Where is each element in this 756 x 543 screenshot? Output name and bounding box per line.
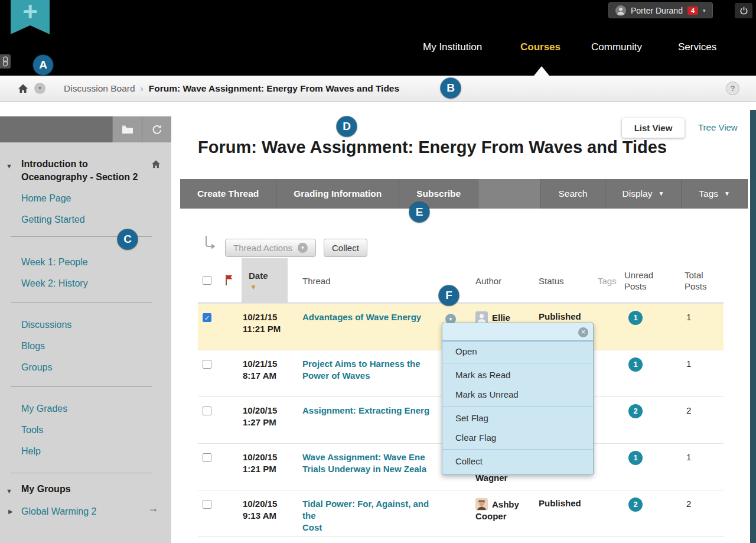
breadcrumb-separator: › — [141, 83, 144, 93]
course-title: Introduction to Oceanography - Section 2 — [21, 158, 143, 184]
sidebar-item-discussions[interactable]: Discussions — [21, 319, 71, 331]
menu-item-collect[interactable]: Collect — [442, 451, 593, 471]
thread-date: 10/20/15 1:27 PM — [243, 405, 277, 428]
breadcrumb-current: Forum: Wave Assignment: Energy From Wave… — [149, 83, 399, 93]
help-button[interactable]: ? — [726, 82, 739, 95]
toolbar-spacer — [478, 179, 541, 209]
thread-link[interactable]: Wave Assignment: Wave Ene Trials Underwa… — [302, 451, 444, 475]
home-icon[interactable] — [18, 83, 28, 94]
chain-glyph — [2, 56, 9, 67]
breadcrumb-chevron-icon[interactable]: ▾ — [34, 83, 45, 94]
chevron-down-icon: ▼ — [724, 190, 730, 197]
search-button[interactable]: Search — [541, 179, 605, 209]
chevron-down-icon: ▼ — [658, 190, 664, 197]
page-title: Forum: Wave Assignment: Energy From Wave… — [198, 138, 667, 157]
unread-count-badge[interactable]: 1 — [628, 451, 643, 465]
sidebar-item-week1-people[interactable]: Week 1: People — [21, 256, 88, 268]
row-checkbox[interactable] — [203, 360, 211, 369]
page-edge — [750, 110, 756, 543]
chevron-down-icon: ▾ — [703, 8, 706, 14]
refresh-icon[interactable] — [142, 116, 171, 142]
thread-link[interactable]: Advantages of Wave Energy — [302, 311, 444, 323]
sidebar-item-groups[interactable]: Groups — [21, 362, 52, 373]
folder-icon[interactable] — [112, 116, 142, 142]
row-checkbox[interactable] — [203, 407, 211, 415]
expand-group-icon[interactable]: ▶ — [8, 508, 13, 515]
column-header-author[interactable]: Author — [475, 276, 501, 286]
tab-services[interactable]: Services — [678, 41, 716, 53]
column-header-unread-posts[interactable]: Unread Posts — [624, 269, 659, 292]
thread-row: 10/20/15 9:13 AM Tidal Power: For, Again… — [198, 490, 724, 537]
column-header-date[interactable]: Date ▼ — [242, 258, 288, 303]
menu-item-set-flag[interactable]: Set Flag — [442, 408, 593, 428]
menu-item-open[interactable]: Open — [442, 342, 593, 361]
logout-button[interactable] — [735, 3, 752, 18]
table-header: Date ▼ Thread Author Status Tags Unread … — [198, 258, 724, 303]
row-checkbox[interactable] — [203, 500, 211, 509]
column-header-tags: Tags — [598, 276, 617, 286]
select-all-checkbox[interactable] — [203, 276, 211, 285]
sidebar-item-blogs[interactable]: Blogs — [21, 340, 45, 352]
close-icon[interactable]: × — [578, 327, 588, 337]
menu-item-clear-flag[interactable]: Clear Flag — [442, 428, 593, 447]
unread-count-badge[interactable]: 1 — [628, 311, 643, 325]
total-posts: 2 — [686, 405, 691, 415]
thread-link[interactable]: Project Aims to Harness the Power of Wav… — [302, 358, 444, 382]
list-view-button[interactable]: List View — [622, 118, 685, 138]
display-label: Display — [623, 188, 653, 199]
create-thread-button[interactable]: Create Thread — [180, 179, 276, 209]
user-menu[interactable]: Porter Durand 4 ▾ — [608, 2, 713, 18]
sidebar-item-week2-history[interactable]: Week 2: History — [21, 278, 88, 290]
thread-context-menu: × Open Mark as Read Mark as Unread Set F… — [442, 323, 594, 475]
sidebar-item-my-grades[interactable]: My Grades — [21, 403, 67, 415]
unread-count-badge[interactable]: 2 — [628, 404, 643, 418]
thread-status: Published — [539, 498, 581, 508]
sidebar-item-getting-started[interactable]: Getting Started — [21, 214, 85, 226]
tree-view-button[interactable]: Tree View — [698, 122, 738, 132]
total-posts: 1 — [686, 452, 691, 462]
user-avatar-icon — [615, 5, 626, 16]
sidebar-item-home-page[interactable]: Home Page — [21, 193, 71, 204]
row-checkbox[interactable] — [203, 453, 211, 462]
row-checkbox[interactable]: ✓ — [203, 313, 211, 322]
unread-count-badge[interactable]: 2 — [628, 498, 643, 512]
breadcrumb: Discussion Board›Forum: Wave Assignment:… — [64, 76, 399, 102]
divider — [11, 303, 152, 303]
thread-date: 10/20/15 1:21 PM — [243, 451, 277, 475]
subscribe-button[interactable]: Subscribe — [399, 179, 478, 209]
column-header-thread[interactable]: Thread — [302, 276, 331, 286]
grading-information-button[interactable]: Grading Information — [276, 179, 399, 209]
divider — [442, 449, 593, 450]
collect-button[interactable]: Collect — [324, 239, 367, 257]
thread-author: Ellie — [475, 311, 532, 324]
tags-menu-button[interactable]: Tags▼ — [682, 179, 748, 209]
tab-courses[interactable]: Courses — [520, 41, 561, 53]
unread-count-badge[interactable]: 1 — [628, 357, 643, 372]
thread-link[interactable]: Assignment: Extracting Energ — [302, 405, 444, 417]
display-menu-button[interactable]: Display▼ — [605, 179, 682, 209]
plus-icon: + — [22, 0, 38, 25]
divider — [11, 386, 152, 387]
course-home-icon[interactable] — [151, 160, 161, 169]
link-icon[interactable] — [0, 54, 11, 69]
breadcrumb-bar: ▾ Discussion Board›Forum: Wave Assignmen… — [0, 76, 756, 102]
thread-date: 10/21/15 11:21 PM — [243, 311, 281, 335]
menu-item-mark-as-read[interactable]: Mark as Read — [442, 365, 593, 385]
menu-item-mark-as-unread[interactable]: Mark as Unread — [442, 385, 593, 404]
column-header-total-posts[interactable]: Total Posts — [685, 269, 713, 292]
thread-actions-button[interactable]: Thread Actions ▾ — [225, 239, 316, 257]
sidebar-item-help[interactable]: Help — [21, 446, 41, 457]
collapse-course-menu-icon[interactable]: ▼ — [6, 162, 12, 170]
thread-link[interactable]: Tidal Power: For, Against, and the Cost — [302, 498, 444, 534]
column-header-status[interactable]: Status — [539, 276, 564, 286]
total-posts: 1 — [686, 312, 691, 322]
tab-community[interactable]: Community — [591, 41, 642, 53]
collapse-my-groups-icon[interactable]: ▼ — [6, 487, 12, 495]
callout-a: A — [33, 55, 53, 75]
add-module-tab[interactable]: + — [11, 0, 50, 34]
sidebar-item-global-warming-2[interactable]: Global Warming 2 — [21, 506, 96, 518]
sidebar-item-tools[interactable]: Tools — [21, 424, 43, 436]
tab-my-institution[interactable]: My Institution — [423, 41, 482, 53]
my-groups-title: My Groups — [21, 484, 71, 495]
breadcrumb-discussion-board[interactable]: Discussion Board — [64, 83, 135, 93]
